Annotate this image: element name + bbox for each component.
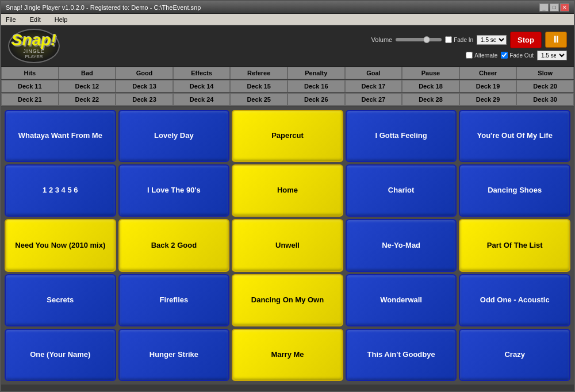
fade-out-checkbox[interactable] bbox=[501, 52, 508, 59]
logo-snap-text: Snap! bbox=[12, 32, 56, 48]
deck-tab-deck_tabs_row3-1[interactable]: Deck 22 bbox=[59, 93, 116, 106]
close-button[interactable]: ✕ bbox=[560, 3, 569, 11]
jingle-button-13[interactable]: Ne-Yo-Mad bbox=[346, 219, 457, 271]
deck-tab-deck_tabs_row3-0[interactable]: Deck 21 bbox=[1, 93, 59, 106]
fade-in-select[interactable]: 1.5 sec bbox=[477, 35, 507, 45]
deck-tab-deck_tabs_row3-3[interactable]: Deck 24 bbox=[173, 93, 231, 106]
deck-tab-deck_tabs_row3-7[interactable]: Deck 28 bbox=[402, 93, 459, 106]
deck-tab-deck_tabs_row1-8[interactable]: Cheer bbox=[459, 67, 517, 79]
deck-tab-deck_tabs_row2-0[interactable]: Deck 11 bbox=[1, 80, 59, 93]
alternate-label: Alternate bbox=[474, 52, 497, 59]
jingle-button-20[interactable]: One (Your Name) bbox=[5, 329, 116, 381]
deck-tab-deck_tabs_row1-3[interactable]: Effects bbox=[173, 67, 231, 79]
deck-row-3: Deck 21Deck 22Deck 23Deck 24Deck 25Deck … bbox=[1, 93, 574, 106]
fade-in-checkbox[interactable] bbox=[445, 36, 452, 43]
deck-tab-deck_tabs_row2-3[interactable]: Deck 14 bbox=[173, 80, 231, 93]
jingle-button-10[interactable]: Need You Now (2010 mix) bbox=[5, 219, 116, 271]
jingle-button-15[interactable]: Secrets bbox=[5, 274, 116, 326]
volume-label: Volume bbox=[371, 36, 392, 43]
jingle-button-17[interactable]: Dancing On My Own bbox=[232, 274, 343, 326]
deck-row-2: Deck 11Deck 12Deck 13Deck 14Deck 15Deck … bbox=[1, 80, 574, 93]
deck-tab-deck_tabs_row2-7[interactable]: Deck 18 bbox=[402, 80, 459, 93]
deck-tab-deck_tabs_row3-9[interactable]: Deck 30 bbox=[516, 93, 574, 106]
title-bar-controls: _ □ ✕ bbox=[539, 3, 569, 11]
jingle-button-19[interactable]: Odd One - Acoustic bbox=[459, 274, 570, 326]
fade-in-label: Fade In bbox=[454, 37, 473, 43]
logo-player-text: PLAYER bbox=[25, 54, 43, 59]
fade-out-select[interactable]: 1.5 sec bbox=[537, 51, 567, 60]
jingle-button-8[interactable]: Chariot bbox=[346, 164, 457, 217]
deck-tab-deck_tabs_row1-7[interactable]: Pause bbox=[402, 67, 459, 79]
pause-button[interactable]: ⏸ bbox=[545, 32, 567, 48]
jingle-button-14[interactable]: Part Of The List bbox=[459, 219, 570, 271]
deck-tab-deck_tabs_row1-1[interactable]: Bad bbox=[59, 67, 116, 79]
deck-tab-deck_tabs_row1-9[interactable]: Slow bbox=[516, 67, 574, 79]
menu-edit[interactable]: Edit bbox=[28, 16, 43, 23]
jingle-button-16[interactable]: Fireflies bbox=[118, 274, 230, 326]
deck-tab-deck_tabs_row1-2[interactable]: Good bbox=[116, 67, 173, 79]
fade-out-label: Fade Out bbox=[509, 52, 534, 59]
title-bar: Snap! Jingle Player v1.0.2.0 - Registere… bbox=[1, 1, 574, 14]
deck-tab-deck_tabs_row1-4[interactable]: Referee bbox=[230, 67, 288, 79]
menu-help[interactable]: Help bbox=[52, 16, 70, 23]
deck-tab-deck_tabs_row3-4[interactable]: Deck 25 bbox=[230, 93, 288, 106]
deck-row-1: HitsBadGoodEffectsRefereePenaltyGoalPaus… bbox=[1, 67, 574, 80]
volume-thumb bbox=[423, 36, 430, 43]
logo-jingle-text: JINGLE bbox=[23, 48, 45, 54]
jingle-button-11[interactable]: Back 2 Good bbox=[118, 219, 230, 271]
jingle-button-22[interactable]: Marry Me bbox=[232, 329, 343, 381]
alternate-row: Alternate Fade Out 1.5 sec bbox=[466, 51, 567, 60]
title-bar-text: Snap! Jingle Player v1.0.2.0 - Registere… bbox=[6, 4, 539, 11]
jingle-button-4[interactable]: You're Out Of My Life bbox=[459, 110, 570, 162]
jingle-grid: Whataya Want From MeLovely DayPapercutI … bbox=[1, 106, 574, 385]
deck-tab-deck_tabs_row2-8[interactable]: Deck 19 bbox=[459, 80, 517, 93]
deck-tab-deck_tabs_row2-6[interactable]: Deck 17 bbox=[345, 80, 402, 93]
deck-tab-deck_tabs_row3-5[interactable]: Deck 26 bbox=[288, 93, 345, 106]
deck-tab-deck_tabs_row2-1[interactable]: Deck 12 bbox=[59, 80, 116, 93]
jingle-button-1[interactable]: Lovely Day bbox=[118, 110, 230, 162]
jingle-button-5[interactable]: 1 2 3 4 5 6 bbox=[5, 164, 116, 217]
deck-tab-deck_tabs_row2-9[interactable]: Deck 20 bbox=[516, 80, 574, 93]
jingle-button-23[interactable]: This Ain't Goodbye bbox=[346, 329, 457, 381]
jingle-button-6[interactable]: I Love The 90's bbox=[118, 164, 230, 217]
jingle-button-3[interactable]: I Gotta Feeling bbox=[346, 110, 457, 162]
deck-tab-deck_tabs_row1-5[interactable]: Penalty bbox=[288, 67, 345, 79]
deck-tab-deck_tabs_row2-2[interactable]: Deck 13 bbox=[116, 80, 173, 93]
fade-in-wrap: Fade In bbox=[445, 36, 473, 43]
stop-button[interactable]: Stop bbox=[510, 32, 542, 48]
deck-tab-deck_tabs_row1-6[interactable]: Goal bbox=[345, 67, 402, 79]
maximize-button[interactable]: □ bbox=[550, 3, 559, 11]
jingle-button-0[interactable]: Whataya Want From Me bbox=[5, 110, 116, 162]
jingle-button-18[interactable]: Wonderwall bbox=[346, 274, 457, 326]
fade-out-wrap: Fade Out bbox=[501, 52, 534, 59]
alternate-wrap: Alternate bbox=[466, 52, 497, 59]
jingle-button-21[interactable]: Hunger Strike bbox=[118, 329, 230, 381]
alternate-checkbox[interactable] bbox=[466, 52, 473, 59]
header: Snap! JINGLE PLAYER Volume Fade In 1.5 s… bbox=[1, 25, 574, 67]
menu-file[interactable]: File bbox=[3, 16, 18, 23]
minimize-button[interactable]: _ bbox=[539, 3, 549, 11]
deck-tab-deck_tabs_row1-0[interactable]: Hits bbox=[1, 67, 59, 79]
jingle-button-7[interactable]: Home bbox=[232, 164, 343, 217]
jingle-button-24[interactable]: Crazy bbox=[459, 329, 570, 381]
deck-tab-deck_tabs_row3-6[interactable]: Deck 27 bbox=[345, 93, 402, 106]
header-controls: Volume Fade In 1.5 sec Stop ⏸ Alternate … bbox=[371, 32, 567, 60]
menu-bar: File Edit Help bbox=[1, 14, 574, 25]
jingle-button-2[interactable]: Papercut bbox=[232, 110, 343, 162]
deck-tab-deck_tabs_row3-8[interactable]: Deck 29 bbox=[459, 93, 517, 106]
jingle-button-12[interactable]: Unwell bbox=[232, 219, 343, 271]
deck-tab-deck_tabs_row2-5[interactable]: Deck 16 bbox=[288, 80, 345, 93]
deck-tab-deck_tabs_row3-2[interactable]: Deck 23 bbox=[116, 93, 173, 106]
volume-slider[interactable] bbox=[396, 38, 442, 41]
logo: Snap! JINGLE PLAYER bbox=[8, 29, 60, 63]
volume-row: Volume Fade In 1.5 sec Stop ⏸ bbox=[371, 32, 567, 48]
jingle-button-9[interactable]: Dancing Shoes bbox=[459, 164, 570, 217]
deck-tab-deck_tabs_row2-4[interactable]: Deck 15 bbox=[230, 80, 288, 93]
